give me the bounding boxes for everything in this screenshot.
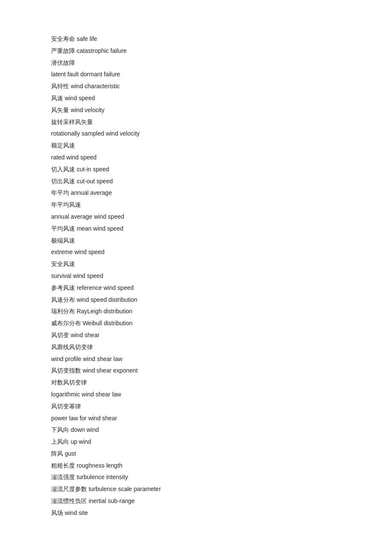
term-text: 安全风速 — [51, 260, 75, 267]
list-item: 阵风 gust — [51, 449, 392, 459]
list-item: 湍流尺度参数 turbulence scale parameter — [51, 484, 392, 494]
term-text: 潜伏故障 — [51, 59, 75, 66]
list-item: 年平均风速 — [51, 200, 392, 210]
list-item: 风廓线风切变律 — [51, 342, 392, 353]
list-item: rotationally sampled wind velocity — [51, 129, 392, 139]
term-text: 严重故障 catastrophic failure — [51, 47, 127, 54]
list-item: 年平均 annual average — [51, 188, 392, 198]
term-text: rotationally sampled wind velocity — [51, 130, 140, 137]
term-text: survival wind speed — [51, 272, 103, 279]
terms-list: 安全寿命 safe life严重故障 catastrophic failure潜… — [51, 34, 392, 518]
term-text: power law for wind shear — [51, 415, 117, 422]
term-text: logarithmic wind shear law — [51, 391, 121, 398]
list-item: 参考风速 reference wind speed — [51, 283, 392, 293]
list-item: 湍流强度 turbulence intensity — [51, 472, 392, 483]
list-item: 瑞利分布 RayLeigh distribution — [51, 306, 392, 317]
term-text: 风矢量 wind velocity — [51, 107, 104, 113]
term-text: annual average wind speed — [51, 213, 124, 220]
list-item: 风切变幂律 — [51, 402, 392, 412]
term-text: 上风向 up wind — [51, 438, 91, 445]
list-item: 粗糙长度 roughness length — [51, 461, 392, 471]
list-item: logarithmic wind shear law — [51, 390, 392, 400]
term-text: 湍流惯性负区 inertial sub-range — [51, 497, 135, 504]
list-item: 严重故障 catastrophic failure — [51, 46, 392, 56]
term-text: 阵风 gust — [51, 450, 76, 457]
term-text: 旋转采样风矢量 — [51, 119, 93, 125]
list-item: 旋转采样风矢量 — [51, 117, 392, 127]
term-text: 下风向 down wind — [51, 426, 99, 433]
term-text: 风速分布 wind speed distribution — [51, 296, 137, 303]
list-item: 极端风速 — [51, 236, 392, 246]
term-text: 风廓线风切变律 — [51, 344, 93, 350]
list-item: 安全风速 — [51, 259, 392, 269]
list-item: 风场 wind site — [51, 508, 392, 518]
list-item: 湍流惯性负区 inertial sub-range — [51, 496, 392, 506]
term-text: 风切变 wind shear — [51, 332, 100, 338]
term-text: 参考风速 reference wind speed — [51, 284, 134, 291]
list-item: 安全寿命 safe life — [51, 34, 392, 44]
list-item: 潜伏故障 — [51, 58, 392, 68]
list-item: 额定风速 — [51, 141, 392, 151]
list-item: 风速分布 wind speed distribution — [51, 295, 392, 305]
term-text: 风速 wind speed — [51, 95, 95, 101]
term-text: 年平均风速 — [51, 201, 81, 208]
term-text: wind profile wind shear law — [51, 356, 122, 362]
list-item: survival wind speed — [51, 271, 392, 281]
list-item: power law for wind shear — [51, 413, 392, 424]
list-item: 风特性 wind characteristic — [51, 81, 392, 92]
term-text: 湍流强度 turbulence intensity — [51, 474, 128, 480]
term-text: 平均风速 mean wind speed — [51, 225, 124, 232]
term-text: 极端风速 — [51, 237, 75, 244]
list-item: 对数风切变律 — [51, 378, 392, 388]
term-text: 风场 wind site — [51, 509, 88, 516]
list-item: 平均风速 mean wind speed — [51, 224, 392, 234]
list-item: 切出风速 cut-out speed — [51, 176, 392, 187]
list-item: 风速 wind speed — [51, 93, 392, 104]
list-item: 风切变指数 wind shear exponent — [51, 366, 392, 376]
list-item: extreme wind speed — [51, 247, 392, 257]
term-text: 年平均 annual average — [51, 189, 112, 196]
term-text: 切入风速 cut-in speed — [51, 166, 109, 173]
list-item: wind profile wind shear law — [51, 354, 392, 364]
term-text: 安全寿命 safe life — [51, 35, 97, 42]
term-text: 湍流尺度参数 turbulence scale parameter — [51, 486, 161, 492]
list-item: 上风向 up wind — [51, 437, 392, 447]
list-item: 下风向 down wind — [51, 425, 392, 435]
term-text: extreme wind speed — [51, 249, 104, 255]
list-item: 切入风速 cut-in speed — [51, 165, 392, 175]
list-item: 威布尔分布 Weibull distribution — [51, 318, 392, 329]
term-text: 对数风切变律 — [51, 379, 87, 386]
term-text: latent fault dormant failure — [51, 71, 120, 78]
term-text: rated wind speed — [51, 154, 97, 161]
list-item: latent fault dormant failure — [51, 69, 392, 80]
term-text: 风特性 wind characteristic — [51, 83, 120, 90]
term-text: 风切变幂律 — [51, 403, 81, 410]
term-text: 风切变指数 wind shear exponent — [51, 367, 138, 374]
list-item: 风切变 wind shear — [51, 330, 392, 341]
list-item: rated wind speed — [51, 153, 392, 163]
term-text: 额定风速 — [51, 142, 75, 149]
list-item: 风矢量 wind velocity — [51, 105, 392, 116]
list-item: annual average wind speed — [51, 212, 392, 222]
term-text: 瑞利分布 RayLeigh distribution — [51, 308, 133, 315]
term-text: 粗糙长度 roughness length — [51, 462, 122, 469]
term-text: 威布尔分布 Weibull distribution — [51, 320, 133, 327]
term-text: 切出风速 cut-out speed — [51, 178, 113, 185]
